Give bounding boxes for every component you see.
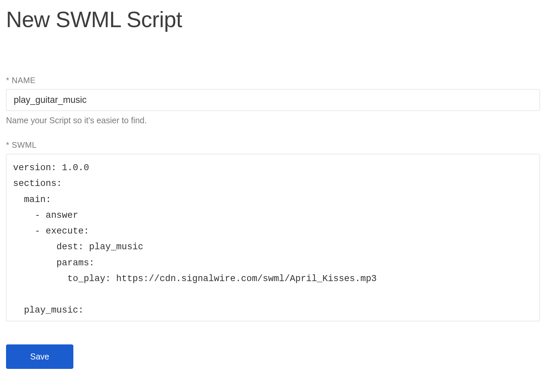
name-label: * NAME: [6, 76, 540, 85]
save-button[interactable]: Save: [6, 344, 73, 369]
name-input[interactable]: [6, 89, 540, 111]
swml-label: * SWML: [6, 140, 540, 150]
name-help-text: Name your Script so it's easier to find.: [6, 116, 540, 125]
page-title: New SWML Script: [6, 7, 540, 32]
name-field-group: * NAME Name your Script so it's easier t…: [6, 76, 540, 125]
swml-textarea[interactable]: [6, 154, 540, 321]
swml-field-group: * SWML: [6, 140, 540, 323]
